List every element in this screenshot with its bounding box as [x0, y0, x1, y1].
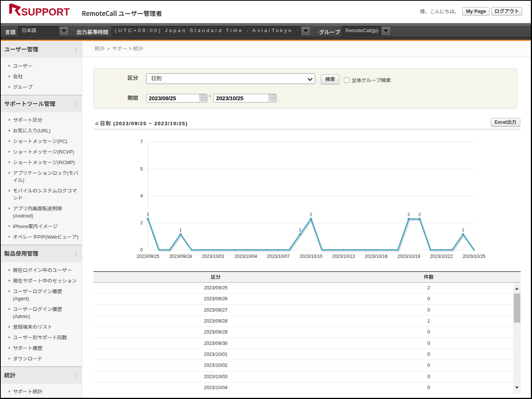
svg-text:2: 2 — [147, 212, 149, 217]
svg-text:0: 0 — [140, 247, 143, 253]
svg-text:1: 1 — [299, 228, 301, 232]
svg-text:1: 1 — [462, 228, 464, 232]
svg-text:5: 5 — [140, 166, 143, 172]
svg-text:2023/10/13: 2023/10/13 — [332, 254, 355, 259]
svg-text:2023/10/19: 2023/10/19 — [397, 254, 420, 259]
svg-text:2023/10/01: 2023/10/01 — [202, 254, 224, 259]
svg-text:2023/10/07: 2023/10/07 — [267, 254, 290, 259]
svg-text:1: 1 — [179, 228, 182, 232]
svg-text:7: 7 — [140, 139, 143, 144]
svg-text:2023/10/16: 2023/10/16 — [365, 254, 387, 259]
svg-text:2023/10/22: 2023/10/22 — [430, 254, 453, 259]
svg-text:2023/09/25: 2023/09/25 — [137, 254, 159, 259]
svg-text:2023/10/04: 2023/10/04 — [234, 254, 257, 259]
svg-text:2: 2 — [310, 212, 312, 217]
svg-text:2023/10/10: 2023/10/10 — [300, 254, 322, 259]
svg-text:2023/09/28: 2023/09/28 — [169, 254, 192, 259]
svg-text:2: 2 — [140, 220, 143, 225]
svg-text:2: 2 — [418, 212, 421, 217]
svg-text:4: 4 — [140, 193, 143, 199]
svg-text:2: 2 — [408, 212, 410, 217]
svg-text:2023/10/25: 2023/10/25 — [463, 254, 485, 259]
svg-text:SUPPORT: SUPPORT — [21, 6, 70, 18]
